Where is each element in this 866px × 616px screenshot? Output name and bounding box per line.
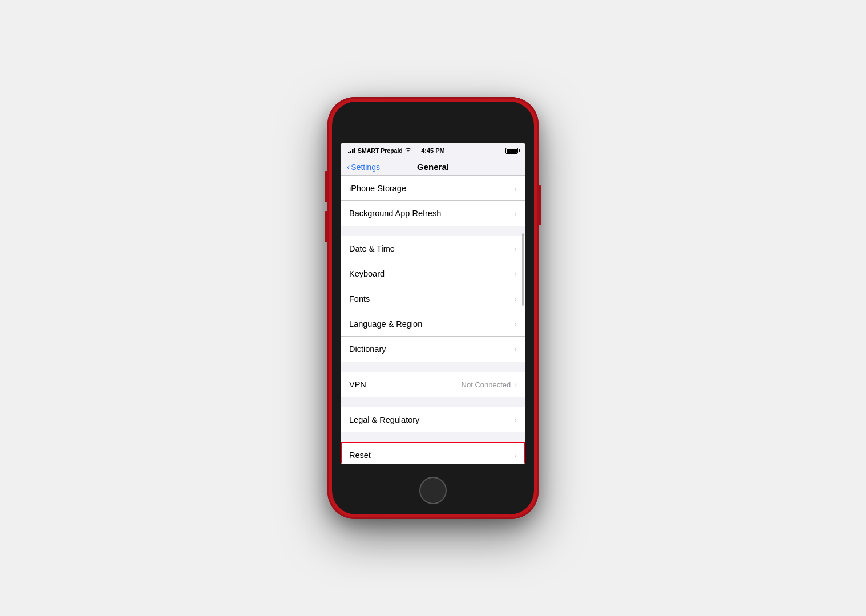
scroll-indicator bbox=[522, 233, 524, 306]
reset-right: › bbox=[514, 451, 517, 460]
back-chevron-icon: ‹ bbox=[347, 162, 350, 172]
background-app-refresh-row[interactable]: Background App Refresh › bbox=[341, 201, 525, 226]
reset-section: Reset › bbox=[341, 443, 525, 464]
svg-rect-3 bbox=[354, 148, 356, 153]
locale-section: Date & Time › Keyboard › Fon bbox=[341, 236, 525, 362]
chevron-right-icon: › bbox=[514, 244, 517, 253]
home-button[interactable] bbox=[419, 477, 447, 504]
vpn-label: VPN bbox=[349, 380, 366, 389]
keyboard-right: › bbox=[514, 269, 517, 278]
dictionary-right: › bbox=[514, 345, 517, 354]
background-app-refresh-label: Background App Refresh bbox=[349, 209, 441, 218]
gap-1 bbox=[341, 226, 525, 236]
back-button[interactable]: ‹ Settings bbox=[347, 162, 380, 172]
chevron-right-icon: › bbox=[514, 451, 517, 460]
fonts-label: Fonts bbox=[349, 294, 370, 303]
power-button bbox=[539, 185, 541, 225]
language-region-right: › bbox=[514, 319, 517, 329]
vpn-row[interactable]: VPN Not Connected › bbox=[341, 372, 525, 397]
nav-bar: ‹ Settings General bbox=[341, 159, 525, 176]
fonts-right: › bbox=[514, 294, 517, 303]
keyboard-row[interactable]: Keyboard › bbox=[341, 261, 525, 286]
svg-rect-0 bbox=[348, 152, 350, 153]
language-region-label: Language & Region bbox=[349, 319, 422, 329]
chevron-right-icon: › bbox=[514, 415, 517, 424]
reset-row[interactable]: Reset › bbox=[341, 443, 525, 464]
iphone-storage-label: iPhone Storage bbox=[349, 184, 406, 193]
battery-fill bbox=[507, 149, 517, 153]
chevron-right-icon: › bbox=[514, 319, 517, 329]
svg-rect-2 bbox=[352, 149, 354, 154]
volume-up-button bbox=[325, 171, 327, 202]
gap-4 bbox=[341, 432, 525, 443]
iphone-storage-right: › bbox=[514, 184, 517, 193]
volume-down-button bbox=[325, 211, 327, 242]
dictionary-label: Dictionary bbox=[349, 345, 386, 354]
wifi-icon bbox=[404, 148, 412, 153]
gap-2 bbox=[341, 362, 525, 372]
status-battery bbox=[505, 148, 518, 154]
legal-regulatory-row[interactable]: Legal & Regulatory › bbox=[341, 407, 525, 432]
reset-label: Reset bbox=[349, 451, 371, 460]
background-app-refresh-right: › bbox=[514, 209, 517, 218]
back-label: Settings bbox=[351, 163, 380, 172]
chevron-right-icon: › bbox=[514, 209, 517, 218]
phone-body: SMART Prepaid 4:45 PM bbox=[327, 97, 539, 519]
vpn-status: Not Connected bbox=[462, 380, 511, 389]
legal-regulatory-label: Legal & Regulatory bbox=[349, 415, 419, 424]
storage-section: iPhone Storage › Background App Refresh … bbox=[341, 176, 525, 226]
chevron-right-icon: › bbox=[514, 380, 517, 389]
nav-title: General bbox=[417, 162, 449, 172]
legal-section: Legal & Regulatory › bbox=[341, 407, 525, 432]
language-region-row[interactable]: Language & Region › bbox=[341, 311, 525, 337]
signal-icon bbox=[348, 148, 356, 153]
dictionary-row[interactable]: Dictionary › bbox=[341, 337, 525, 362]
vpn-section: VPN Not Connected › bbox=[341, 372, 525, 397]
gap-3 bbox=[341, 397, 525, 407]
keyboard-label: Keyboard bbox=[349, 269, 385, 278]
status-bar: SMART Prepaid 4:45 PM bbox=[341, 143, 525, 159]
phone-inner-bezel: SMART Prepaid 4:45 PM bbox=[332, 102, 534, 514]
svg-rect-1 bbox=[350, 151, 352, 153]
date-time-label: Date & Time bbox=[349, 244, 395, 253]
iphone-storage-row[interactable]: iPhone Storage › bbox=[341, 176, 525, 201]
phone-screen: SMART Prepaid 4:45 PM bbox=[341, 143, 525, 464]
chevron-right-icon: › bbox=[514, 184, 517, 193]
date-time-row[interactable]: Date & Time › bbox=[341, 236, 525, 261]
fonts-row[interactable]: Fonts › bbox=[341, 286, 525, 311]
chevron-right-icon: › bbox=[514, 269, 517, 278]
carrier-label: SMART Prepaid bbox=[358, 147, 403, 154]
date-time-right: › bbox=[514, 244, 517, 253]
settings-list: iPhone Storage › Background App Refresh … bbox=[341, 176, 525, 464]
scene: SMART Prepaid 4:45 PM bbox=[327, 97, 539, 519]
battery-icon bbox=[505, 148, 518, 154]
vpn-right: Not Connected › bbox=[462, 380, 517, 389]
chevron-right-icon: › bbox=[514, 345, 517, 354]
chevron-right-icon: › bbox=[514, 294, 517, 303]
legal-regulatory-right: › bbox=[514, 415, 517, 424]
status-carrier: SMART Prepaid bbox=[348, 147, 412, 154]
status-time: 4:45 PM bbox=[421, 147, 445, 154]
